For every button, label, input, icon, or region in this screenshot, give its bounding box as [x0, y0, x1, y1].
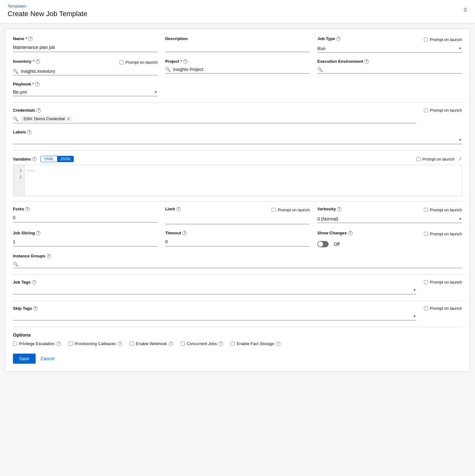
playbook-select[interactable]: file.yml: [13, 90, 154, 95]
variables-label: Variables ?: [13, 157, 37, 162]
playbook-help-icon[interactable]: ?: [35, 82, 40, 86]
job-tags-help-icon[interactable]: ?: [32, 280, 36, 285]
inventory-required: *: [33, 59, 34, 64]
verbosity-prompt-label: Prompt on launch: [424, 208, 462, 212]
variables-help-icon[interactable]: ?: [32, 157, 37, 161]
execution-env-search-icon: 🔍: [317, 67, 323, 72]
show-changes-toggle[interactable]: [317, 241, 331, 247]
job-tags-select-wrapper: ▼: [13, 286, 416, 294]
forks-help-icon[interactable]: ?: [25, 207, 30, 211]
variables-prompt-checkbox[interactable]: [416, 157, 420, 161]
enable-fact-storage-label: Enable Fact Storage: [237, 341, 274, 346]
job-slicing-help-icon[interactable]: ?: [36, 231, 40, 235]
instance-groups-help-icon[interactable]: ?: [47, 254, 51, 258]
privilege-escalation-help-icon[interactable]: ?: [56, 342, 61, 346]
show-changes-prompt-text: Prompt on launch: [430, 232, 462, 236]
yaml-button[interactable]: YAML: [41, 156, 57, 162]
show-changes-prompt-checkbox[interactable]: [424, 232, 428, 236]
save-button[interactable]: Save: [13, 354, 36, 364]
show-changes-toggle-row: Off: [317, 241, 462, 247]
concurrent-jobs-label: Concurrent Jobs: [187, 341, 217, 346]
history-icon[interactable]: ⧖: [463, 6, 467, 13]
skip-tags-input[interactable]: [13, 314, 413, 319]
job-slicing-input[interactable]: [13, 237, 158, 246]
description-input[interactable]: [165, 43, 310, 52]
variables-group: Variables ? YAML JSON Prompt on launch ⤢: [13, 156, 462, 196]
verbosity-select[interactable]: 0 (Normal) 1 (Verbose) 2 (More Verbose) …: [317, 216, 458, 221]
limit-input[interactable]: [165, 215, 310, 224]
project-help-icon[interactable]: ?: [183, 59, 188, 64]
credential-remove-icon[interactable]: ✕: [67, 117, 70, 121]
skip-tags-prompt-checkbox[interactable]: [424, 306, 428, 310]
labels-input[interactable]: [13, 138, 458, 143]
yaml-json-toggle: YAML JSON: [40, 156, 74, 162]
name-input[interactable]: [13, 43, 158, 52]
credential-tag-text: SSH: Demo Credential: [23, 116, 65, 121]
timeout-label: Timeout ?: [165, 231, 310, 235]
description-group: Description: [165, 36, 310, 52]
inventory-label: Inventory * ?: [13, 59, 40, 64]
labels-select-wrapper: ▼: [13, 136, 462, 144]
job-tags-input[interactable]: [13, 288, 413, 293]
project-required: *: [180, 59, 182, 64]
instance-groups-input[interactable]: [21, 262, 462, 267]
provisioning-callbacks-help-icon[interactable]: ?: [118, 342, 122, 346]
timeout-help-icon[interactable]: ?: [182, 231, 187, 235]
breadcrumb[interactable]: Templates: [8, 4, 467, 9]
limit-help-icon[interactable]: ?: [176, 207, 181, 211]
provisioning-callbacks-checkbox[interactable]: [68, 342, 73, 346]
concurrent-jobs-help-icon[interactable]: ?: [219, 342, 223, 346]
enable-webhook-label: Enable Webhook: [136, 341, 167, 346]
inventory-search-icon: 🔍: [13, 69, 18, 74]
job-type-select[interactable]: Run Check: [317, 46, 458, 51]
json-button[interactable]: JSON: [57, 156, 73, 162]
enable-webhook-help-icon[interactable]: ?: [169, 342, 173, 346]
variables-prompt-label: Prompt on launch: [416, 157, 454, 162]
code-text: ---: [27, 168, 34, 173]
verbosity-arrow-icon: ▼: [458, 217, 462, 221]
concurrent-jobs-checkbox[interactable]: [181, 342, 185, 346]
cancel-button[interactable]: Cancel: [41, 356, 55, 361]
limit-prompt-checkbox[interactable]: [272, 208, 276, 212]
code-content[interactable]: ---: [25, 165, 462, 196]
credentials-prompt-checkbox[interactable]: [424, 108, 428, 112]
instance-groups-search-icon: 🔍: [13, 262, 18, 267]
name-help-icon[interactable]: ?: [28, 37, 32, 41]
enable-fact-storage-checkbox[interactable]: [231, 342, 235, 346]
credentials-prompt-text: Prompt on launch: [430, 108, 462, 113]
forks-label: Forks ?: [13, 207, 158, 211]
name-required: *: [25, 36, 27, 41]
job-type-arrow-icon: ▼: [458, 46, 462, 51]
execution-env-help-icon[interactable]: ?: [365, 59, 369, 64]
job-type-help-icon[interactable]: ?: [336, 37, 341, 41]
playbook-label: Playbook * ?: [13, 82, 158, 86]
skip-tags-help-icon[interactable]: ?: [33, 306, 38, 311]
limit-prompt-text: Prompt on launch: [278, 208, 310, 212]
job-type-prompt-label: Prompt on launch: [424, 37, 462, 42]
privilege-escalation-checkbox[interactable]: [13, 342, 17, 346]
credentials-help-icon[interactable]: ?: [37, 108, 41, 113]
enable-webhook-item: Enable Webhook ?: [130, 341, 173, 346]
job-tags-prompt-checkbox[interactable]: [424, 280, 428, 284]
page-title: Create New Job Template: [8, 10, 467, 18]
inventory-prompt-checkbox[interactable]: [120, 60, 124, 64]
enable-webhook-checkbox[interactable]: [130, 342, 134, 346]
project-input[interactable]: [173, 67, 310, 72]
verbosity-prompt-checkbox[interactable]: [424, 208, 428, 212]
job-type-prompt-checkbox[interactable]: [424, 38, 428, 42]
forks-input[interactable]: [13, 213, 158, 222]
labels-help-icon[interactable]: ?: [27, 130, 32, 134]
expand-icon[interactable]: ⤢: [458, 156, 462, 162]
verbosity-help-icon[interactable]: ?: [337, 207, 342, 211]
labels-group: Labels ? ▼: [13, 130, 462, 144]
job-type-prompt-text: Prompt on launch: [430, 37, 462, 42]
show-changes-help-icon[interactable]: ?: [348, 231, 353, 235]
timeout-input[interactable]: [165, 237, 310, 246]
inventory-input[interactable]: [21, 69, 158, 74]
project-search-icon: 🔍: [165, 67, 171, 72]
action-buttons: Save Cancel: [13, 354, 462, 364]
enable-fact-storage-help-icon[interactable]: ?: [276, 342, 280, 346]
execution-env-input[interactable]: [325, 67, 462, 72]
job-tags-prompt-text: Prompt on launch: [430, 280, 462, 285]
inventory-help-icon[interactable]: ?: [36, 59, 40, 64]
